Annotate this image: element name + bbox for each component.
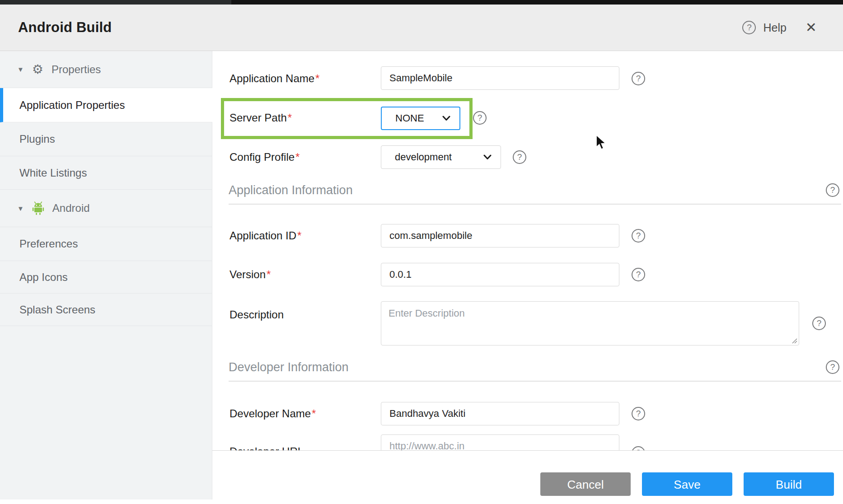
sidebar-item-label: Preferences [19, 238, 78, 250]
version-input[interactable] [381, 263, 619, 286]
description-textarea[interactable] [381, 301, 799, 345]
developer-name-label: Developer Name* [229, 407, 316, 420]
server-path-help-icon[interactable]: ? [473, 111, 487, 125]
android-build-dialog: Android Build ? Help ✕ ▼ ⚙ Properties Ap… [0, 0, 843, 504]
chevron-down-icon [483, 154, 492, 160]
sidebar-group-label: Android [52, 202, 90, 215]
section-divider [229, 204, 841, 205]
application-information-heading: Application Information [229, 183, 353, 197]
config-profile-selected-value: development [395, 151, 452, 163]
section-divider [229, 381, 841, 382]
required-asterisk: * [288, 112, 292, 124]
chevron-down-icon: ▼ [17, 205, 24, 212]
sidebar: ▼ ⚙ Properties Application Properties Pl… [0, 51, 212, 499]
dialog-header: Android Build ? Help ✕ [0, 5, 843, 51]
sidebar-item-label: Plugins [19, 133, 55, 145]
sidebar-group-label: Properties [52, 63, 101, 76]
version-help-icon[interactable]: ? [632, 268, 645, 281]
help-icon[interactable]: ? [742, 21, 756, 34]
required-asterisk: * [267, 268, 271, 280]
close-icon[interactable]: ✕ [806, 21, 817, 34]
sidebar-group-properties[interactable]: ▼ ⚙ Properties [0, 51, 212, 88]
sidebar-item-preferences[interactable]: Preferences [0, 227, 212, 261]
sidebar-item-application-properties[interactable]: Application Properties [0, 88, 212, 122]
browser-top-strip [0, 0, 843, 5]
sidebar-item-plugins[interactable]: Plugins [0, 122, 212, 156]
form-content-pane: Application Name* ? Server Path* NONE ? … [212, 51, 843, 451]
cancel-button[interactable]: Cancel [540, 472, 631, 496]
developer-name-help-icon[interactable]: ? [632, 407, 645, 420]
android-icon [32, 201, 44, 215]
resize-handle-icon[interactable] [791, 337, 797, 345]
sidebar-item-label: White Listings [19, 167, 87, 179]
sidebar-item-label: Splash Screens [19, 303, 95, 316]
application-name-help-icon[interactable]: ? [632, 72, 645, 85]
save-button[interactable]: Save [642, 472, 732, 496]
server-path-label: Server Path* [229, 112, 292, 124]
config-profile-select[interactable]: development [381, 145, 501, 169]
sidebar-item-app-icons[interactable]: App Icons [0, 261, 212, 294]
developer-url-label: Developer URL [229, 445, 304, 451]
application-name-input[interactable] [381, 66, 619, 90]
chevron-down-icon: ▼ [17, 65, 24, 73]
server-path-selected-value: NONE [395, 112, 424, 124]
description-help-icon[interactable]: ? [812, 317, 826, 330]
chevron-down-icon [442, 116, 450, 121]
config-profile-label: Config Profile* [229, 151, 300, 163]
build-button[interactable]: Build [744, 472, 834, 496]
sidebar-group-android[interactable]: ▼ Android [0, 190, 212, 227]
developer-name-input[interactable] [381, 402, 619, 425]
sidebar-item-label: Application Properties [19, 99, 125, 112]
sidebar-item-white-listings[interactable]: White Listings [0, 156, 212, 190]
application-name-label: Application Name* [229, 72, 319, 85]
help-link[interactable]: Help [763, 21, 786, 34]
config-profile-help-icon[interactable]: ? [513, 150, 526, 164]
application-information-help-icon[interactable]: ? [826, 183, 839, 197]
developer-url-input[interactable] [381, 434, 619, 451]
server-path-select[interactable]: NONE [381, 107, 460, 130]
required-asterisk: * [297, 229, 301, 242]
application-id-label: Application ID* [229, 229, 301, 242]
required-asterisk: * [315, 72, 319, 84]
gear-icon: ⚙ [32, 63, 43, 76]
application-id-help-icon[interactable]: ? [632, 229, 645, 243]
developer-url-help-icon[interactable]: ? [632, 446, 645, 451]
developer-information-heading: Developer Information [229, 360, 349, 374]
page-title: Android Build [18, 19, 112, 36]
version-label: Version* [229, 268, 271, 281]
description-label: Description [229, 308, 284, 321]
required-asterisk: * [295, 151, 300, 163]
browser-top-strip-segment [0, 0, 231, 5]
developer-information-help-icon[interactable]: ? [826, 360, 839, 374]
required-asterisk: * [312, 407, 316, 420]
sidebar-item-splash-screens[interactable]: Splash Screens [0, 294, 212, 326]
application-id-input[interactable] [381, 224, 619, 247]
sidebar-item-label: App Icons [19, 271, 68, 284]
